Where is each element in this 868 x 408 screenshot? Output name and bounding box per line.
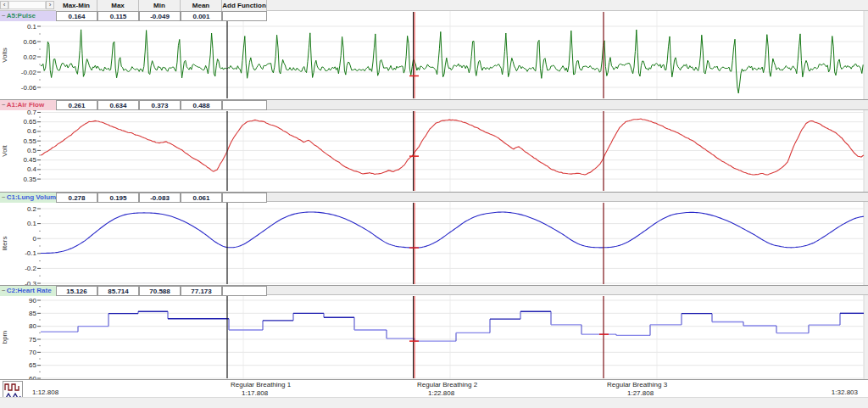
svg-text:0.06: 0.06 — [23, 38, 36, 46]
svg-text:80: 80 — [29, 322, 36, 330]
stat-airflow-max-min: 0.261 — [56, 100, 97, 110]
stat-lung-max-min: 0.278 — [56, 193, 97, 203]
stat-lung-max: 0.195 — [97, 193, 139, 203]
collapse-icon[interactable]: − — [2, 101, 6, 109]
svg-text:Volt: Volt — [1, 145, 8, 157]
channel-pulse-plot[interactable]: 0.10.060.02-0.02-0.06Volts — [0, 11, 868, 99]
svg-text:70: 70 — [29, 349, 36, 356]
stat-pulse-max: 0.115 — [97, 11, 139, 21]
view-end-time: 1:32.803 — [826, 388, 858, 396]
stat-pulse-max-min: 0.164 — [56, 11, 97, 21]
channel-heartrate-plot[interactable]: 90858075706560bpm — [0, 295, 868, 379]
event-label-1[interactable]: Regular Breathing 1 — [231, 381, 291, 388]
top-scrollbar-track[interactable] — [8, 1, 46, 9]
svg-text:0.5: 0.5 — [27, 147, 37, 154]
stat-hr-min: 70.588 — [139, 286, 181, 296]
svg-text:0.55: 0.55 — [23, 137, 36, 145]
svg-text:liters: liters — [1, 237, 8, 251]
event-label-2[interactable]: Regular Breathing 2 — [417, 381, 477, 388]
channel-row-airflow: −A1:Air Flow 0.261 0.634 0.373 0.488 — [0, 99, 868, 110]
stat-airflow-mean: 0.488 — [181, 100, 222, 110]
stat-pulse-mean: 0.001 — [181, 11, 222, 21]
collapse-icon[interactable]: − — [2, 287, 6, 294]
svg-text:0.6: 0.6 — [27, 127, 37, 135]
svg-text:0: 0 — [33, 235, 37, 243]
stat-airflow-max: 0.634 — [97, 100, 139, 110]
event-time-3: 1:27.808 — [627, 389, 654, 397]
collapse-icon[interactable]: − — [2, 12, 6, 20]
column-header-max[interactable]: Max — [97, 0, 139, 11]
svg-text:-0.1: -0.1 — [25, 249, 36, 257]
stat-lung-empty — [222, 193, 267, 203]
stat-hr-max: 85.714 — [97, 286, 139, 296]
column-header-mean[interactable]: Mean — [181, 0, 222, 11]
svg-text:0.45: 0.45 — [23, 156, 36, 164]
svg-text:Volts: Volts — [1, 48, 8, 62]
collapse-icon[interactable]: − — [2, 193, 6, 201]
stat-airflow-empty — [222, 100, 267, 110]
svg-text:90: 90 — [29, 297, 36, 305]
stat-airflow-min: 0.373 — [139, 100, 181, 110]
svg-text:75: 75 — [29, 336, 36, 344]
stat-hr-mean: 77.173 — [181, 286, 222, 296]
channel-label-airflow[interactable]: −A1:Air Flow — [0, 100, 56, 110]
stat-pulse-min: -0.049 — [139, 11, 181, 21]
stat-lung-mean: 0.061 — [181, 193, 222, 203]
event-time-2: 1:22.808 — [428, 389, 454, 397]
channel-label-heartrate[interactable]: −C2:Heart Rate — [0, 286, 56, 296]
svg-text:0.1: 0.1 — [27, 23, 37, 31]
svg-text:85: 85 — [29, 310, 36, 317]
top-scroll-right-button[interactable]: › — [46, 1, 54, 9]
horizontal-scrollbar[interactable]: ‹ › — [0, 397, 868, 408]
svg-text:bpm: bpm — [1, 330, 8, 344]
channel-row-pulse: −A5:Pulse 0.164 0.115 -0.049 0.001 — [0, 11, 868, 21]
event-time-1: 1:17.808 — [242, 389, 268, 397]
column-header-max-min[interactable]: Max-Min — [56, 0, 97, 11]
svg-text:0.7: 0.7 — [27, 110, 37, 116]
svg-text:0.4: 0.4 — [27, 165, 37, 173]
channel-label-lungvolume[interactable]: −C1:Lung Volume — [0, 193, 56, 203]
top-scroll-left-button[interactable]: ‹ — [0, 1, 8, 9]
channel-lungvolume-plot[interactable]: 0.20.10-0.1-0.2-0.3liters — [0, 202, 868, 285]
svg-text:-0.02: -0.02 — [21, 69, 37, 76]
channel-row-lungvolume: −C1:Lung Volume 0.278 0.195 -0.083 0.061 — [0, 192, 868, 202]
stat-lung-min: -0.083 — [139, 193, 181, 203]
svg-text:0.02: 0.02 — [23, 53, 36, 61]
svg-text:0.2: 0.2 — [27, 205, 37, 213]
svg-text:65: 65 — [29, 361, 36, 369]
stat-hr-max-min: 15.126 — [56, 286, 97, 296]
svg-text:-0.06: -0.06 — [21, 84, 37, 92]
view-start-time: 1:12.808 — [32, 388, 58, 396]
svg-text:-0.2: -0.2 — [25, 265, 36, 272]
event-label-3[interactable]: Regular Breathing 3 — [607, 381, 667, 388]
measurement-header-bar: ‹ › Max-Min Max Min Mean Add Function — [0, 0, 868, 11]
svg-text:0.65: 0.65 — [23, 118, 36, 126]
svg-text:0.35: 0.35 — [23, 176, 36, 183]
stat-pulse-empty — [222, 11, 267, 21]
add-function-button[interactable]: Add Function — [222, 0, 267, 11]
time-axis-strip: 1:12.808 Regular Breathing 1 1:17.808 Re… — [0, 379, 868, 397]
channel-row-heartrate: −C2:Heart Rate 15.126 85.714 70.588 77.1… — [0, 285, 868, 295]
channel-label-pulse[interactable]: −A5:Pulse — [0, 11, 56, 21]
stat-hr-empty — [222, 286, 267, 296]
column-header-min[interactable]: Min — [139, 0, 181, 11]
channel-airflow-plot[interactable]: 0.70.650.60.550.50.450.40.35Volt — [0, 110, 868, 192]
svg-text:0.1: 0.1 — [27, 220, 37, 227]
